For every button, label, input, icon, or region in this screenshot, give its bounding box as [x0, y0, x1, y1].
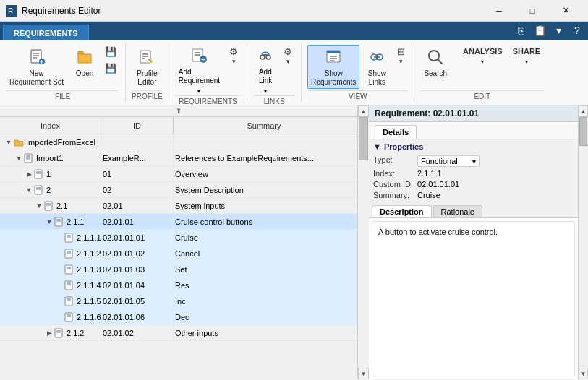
table-row[interactable]: 2.1.1.2 02.01.01.02 Cancel: [0, 246, 357, 262]
add-link-button[interactable]: AddLink: [253, 45, 278, 87]
svg-rect-51: [65, 265, 72, 274]
requirement-header: Requirement: 02.01.01.01: [369, 105, 578, 122]
search-icon: [427, 48, 444, 68]
table-row[interactable]: ▼ 2 02 System Description: [0, 182, 357, 198]
req-settings-button[interactable]: ⚙ ▾: [226, 45, 241, 67]
right-scroll-up[interactable]: ▲: [579, 105, 588, 117]
link-settings-button[interactable]: ⚙ ▾: [281, 45, 295, 67]
save-icon: 💾: [105, 47, 116, 56]
right-scroll-down[interactable]: ▼: [579, 368, 588, 379]
table-row[interactable]: ▼ 2.1.1 02.01.01 Cruise control buttons: [0, 214, 357, 230]
search-button[interactable]: Search: [420, 45, 451, 80]
table-row[interactable]: 2.1.1.1 02.01.01.01 Cruise: [0, 230, 357, 246]
save-as-button[interactable]: 💾: [102, 61, 119, 77]
help-icon[interactable]: ?: [569, 23, 585, 38]
ribbon-right-controls: ⎘ 📋 ▾ ?: [513, 23, 585, 40]
profile-group-label: PROFILE: [132, 90, 163, 102]
svg-rect-57: [65, 297, 72, 306]
table-row[interactable]: ▶ 1 01 Overview: [0, 166, 357, 182]
scroll-thumb[interactable]: [359, 117, 368, 160]
table-row[interactable]: ▼ ImportedFromExcel: [0, 134, 357, 150]
show-links-icon: [368, 48, 385, 68]
open-icon: [76, 48, 93, 68]
folder-icon: [13, 137, 25, 148]
svg-rect-54: [65, 281, 72, 290]
more-icon[interactable]: ▾: [550, 23, 566, 38]
save-button[interactable]: 💾: [102, 45, 119, 60]
expand-icon[interactable]: ▼: [25, 186, 33, 194]
tree-panel: ⬆ Index ID Summary ▼ Impor: [0, 105, 369, 379]
custom-id-label: Custom ID:: [373, 180, 413, 189]
expand-icon[interactable]: ▼: [4, 138, 13, 147]
analysis-dropdown[interactable]: ▾: [476, 58, 489, 66]
svg-text:+: +: [201, 56, 205, 64]
table-row[interactable]: ▼ 2.1 02.01 System inputs: [0, 198, 357, 214]
paste-icon[interactable]: 📋: [532, 23, 547, 38]
properties-header: ▼ Properties: [373, 142, 574, 151]
table-row[interactable]: 2.1.1.3 02.01.01.03 Set: [0, 262, 357, 277]
table-row[interactable]: 2.1.1.5 02.01.01.05 Inc: [0, 293, 357, 309]
view-settings-button[interactable]: ⊞ ▾: [394, 45, 408, 67]
requirements-group-label: REQUIREMENTS: [175, 95, 241, 107]
expand-icon[interactable]: ▶: [25, 170, 33, 178]
tree-body[interactable]: ▼ ImportedFromExcel ▼: [0, 134, 357, 379]
tree-scroll-top[interactable]: ⬆: [0, 105, 357, 117]
properties-grid: Type: Functional ▾ Index: 2.1.1.1 Custom…: [373, 155, 574, 199]
table-row[interactable]: ▶ 2.1.2 02.01.02 Other inputs: [0, 325, 357, 341]
maximize-button[interactable]: □: [516, 0, 549, 22]
minimize-button[interactable]: ─: [482, 0, 516, 22]
add-link-dropdown[interactable]: ▾: [259, 87, 272, 95]
tab-description[interactable]: Description: [372, 205, 432, 217]
tab-rationale[interactable]: Rationale: [433, 205, 482, 217]
scroll-down-arrow[interactable]: ▼: [358, 368, 369, 379]
svg-rect-63: [55, 329, 62, 337]
links-group-label: LINKS: [253, 95, 295, 107]
svg-rect-33: [35, 170, 42, 178]
requirements-tab[interactable]: REQUIREMENTS: [3, 25, 89, 40]
close-button[interactable]: ✕: [549, 0, 582, 22]
req-icon: [64, 295, 75, 307]
expand-icon[interactable]: ▶: [45, 329, 54, 337]
description-content: A button to activate cruise control.: [372, 221, 575, 376]
expand-icon[interactable]: ▼: [14, 154, 23, 163]
share-button[interactable]: SHARE: [509, 45, 545, 58]
show-req-icon: [325, 48, 342, 68]
add-requirement-dropdown[interactable]: ▾: [192, 87, 205, 95]
index-label: Index:: [373, 169, 413, 178]
add-requirement-button[interactable]: + AddRequirement: [175, 45, 223, 87]
req-icon: [33, 168, 45, 180]
type-label: Type:: [373, 155, 413, 167]
right-inner: Requirement: 02.01.01.01 Details ▼ Prope…: [369, 105, 578, 379]
share-dropdown[interactable]: ▾: [520, 58, 533, 66]
expand-icon[interactable]: ▼: [45, 217, 54, 226]
req-settings-icon: ⚙: [229, 47, 238, 56]
add-req-icon: +: [190, 47, 208, 66]
req-icon: [54, 327, 65, 339]
profile-editor-button[interactable]: ProfileEditor: [132, 45, 161, 89]
main-content: ⬆ Index ID Summary ▼ Impor: [0, 105, 588, 379]
req-icon: [64, 280, 75, 291]
ribbon-group-requirements: + AddRequirement ▾ ⚙ ▾ REQUIREMENTS: [169, 43, 247, 102]
right-scroll-thumb[interactable]: [579, 117, 587, 146]
new-requirement-set-button[interactable]: + NewRequirement Set: [6, 45, 67, 89]
table-row[interactable]: ▼ Import1 ExampleR... References to Exam…: [0, 150, 357, 166]
scroll-up-arrow[interactable]: ▲: [358, 105, 369, 117]
copy-icon[interactable]: ⎘: [513, 23, 529, 38]
link-settings-icon: ⚙: [284, 47, 292, 56]
table-row[interactable]: 2.1.1.6 02.01.01.06 Dec: [0, 309, 357, 325]
show-requirements-button[interactable]: ShowRequirements: [307, 45, 359, 89]
description-tabs: Description Rationale: [369, 202, 578, 218]
tab-details[interactable]: Details: [375, 125, 417, 139]
table-row[interactable]: 2.1.1.4 02.01.01.04 Res: [0, 277, 357, 293]
share-split: SHARE ▾: [509, 45, 545, 66]
analysis-button[interactable]: ANALYSIS: [459, 45, 506, 58]
tree-scrollbar[interactable]: ▲ ▼: [357, 105, 369, 379]
expand-icon[interactable]: ▼: [35, 202, 43, 210]
type-dropdown[interactable]: Functional ▾: [417, 155, 480, 167]
open-button[interactable]: Open: [70, 45, 99, 80]
show-links-view-button[interactable]: ShowLinks: [362, 45, 391, 89]
req-icon: [43, 200, 55, 212]
right-tabs: Details: [369, 122, 578, 139]
right-panel-scrollbar[interactable]: ▲ ▼: [578, 105, 588, 379]
svg-rect-60: [65, 313, 72, 321]
